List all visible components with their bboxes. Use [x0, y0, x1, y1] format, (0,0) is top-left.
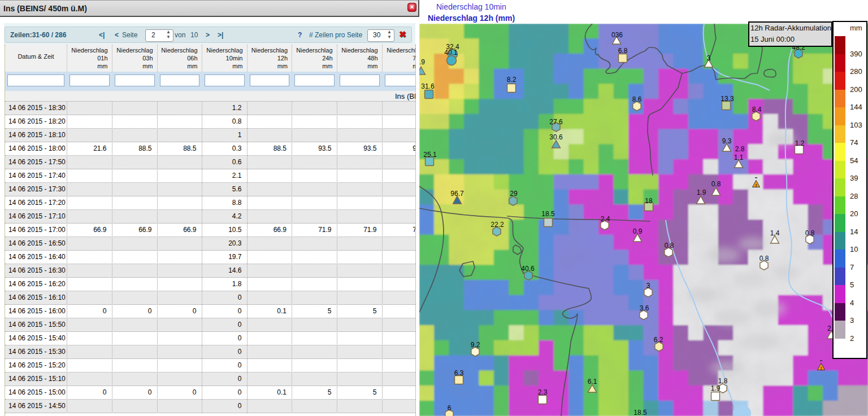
svg-text:6: 6: [448, 404, 452, 412]
svg-text:1.9: 1.9: [711, 384, 721, 392]
svg-text:1.1: 1.1: [734, 154, 744, 161]
svg-text:6.1: 6.1: [588, 378, 597, 386]
svg-text:22.2: 22.2: [491, 221, 504, 229]
svg-text:0.8: 0.8: [805, 229, 815, 237]
svg-text:1.9: 1.9: [697, 189, 706, 196]
svg-text:1.2: 1.2: [795, 139, 805, 147]
svg-text:2.8: 2.8: [735, 145, 745, 153]
svg-text:6.8: 6.8: [618, 47, 628, 55]
svg-text:3.6: 3.6: [640, 304, 649, 312]
svg-text:3: 3: [707, 54, 711, 62]
svg-text:.9: .9: [419, 58, 425, 66]
svg-text:40.1: 40.1: [444, 49, 458, 56]
svg-text:8.6: 8.6: [632, 95, 642, 103]
svg-text:3: 3: [646, 282, 650, 290]
svg-text:18.5: 18.5: [633, 409, 647, 416]
svg-text:96.7: 96.7: [450, 190, 464, 198]
svg-text:18: 18: [645, 197, 653, 205]
svg-text:0.8: 0.8: [760, 255, 769, 262]
svg-text:0.8: 0.8: [711, 180, 721, 188]
svg-text:9.2: 9.2: [471, 341, 480, 349]
svg-text:25.1: 25.1: [423, 151, 437, 159]
svg-text:18.5: 18.5: [541, 210, 555, 218]
svg-text:2.4: 2.4: [601, 215, 610, 223]
svg-text:8.2: 8.2: [507, 76, 517, 84]
svg-text:8.4: 8.4: [752, 106, 762, 113]
svg-text:2.3: 2.3: [538, 388, 548, 396]
svg-text:036: 036: [611, 31, 623, 39]
svg-text:9.3: 9.3: [722, 137, 732, 145]
svg-text:0.9: 0.9: [633, 227, 643, 235]
svg-text:6.3: 6.3: [454, 369, 464, 377]
svg-text:29: 29: [510, 190, 518, 198]
svg-text:31.6: 31.6: [421, 82, 435, 90]
svg-text:1.8: 1.8: [718, 377, 728, 385]
svg-text:13.3: 13.3: [721, 95, 734, 103]
svg-text:!: !: [756, 183, 757, 188]
svg-text:27.6: 27.6: [549, 118, 563, 126]
svg-text:40.6: 40.6: [521, 265, 535, 273]
svg-text:0.8: 0.8: [665, 242, 674, 249]
svg-text:6.2: 6.2: [654, 336, 663, 344]
svg-text:1.4: 1.4: [770, 229, 780, 237]
svg-text:!: !: [821, 366, 822, 371]
svg-text:30.6: 30.6: [549, 133, 563, 141]
